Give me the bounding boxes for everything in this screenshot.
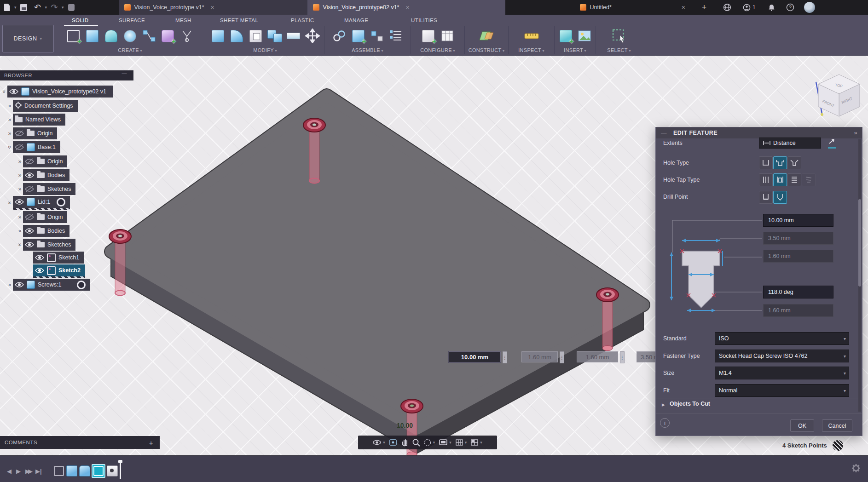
flip-direction-icon[interactable]	[828, 138, 836, 149]
fit-select[interactable]: Normal▾	[715, 384, 849, 397]
ok-button[interactable]: OK	[790, 419, 814, 432]
notifications-bell-icon[interactable]	[766, 1, 778, 13]
visibility-eye-icon[interactable]	[9, 88, 18, 95]
hole-type-simple-icon[interactable]	[759, 156, 773, 169]
group-label-configure[interactable]: CONFIGURE	[420, 47, 455, 53]
drill-point-angle-icon[interactable]	[773, 191, 787, 204]
move-copy-icon[interactable]	[304, 27, 321, 45]
visibility-eye-icon[interactable]	[25, 241, 34, 248]
grid-snap-icon[interactable]: ▾	[455, 439, 468, 446]
fillet-icon[interactable]	[228, 27, 246, 45]
extents-dropdown[interactable]: Distance	[759, 138, 821, 149]
timeline-feature-sketch2-selected[interactable]	[92, 464, 105, 478]
hole-type-countersink-icon[interactable]	[787, 156, 801, 169]
tap-type-clearance-icon[interactable]	[773, 173, 787, 186]
undo-caret-icon[interactable]: ▾	[45, 5, 47, 10]
size-select[interactable]: M1.4▾	[715, 367, 849, 379]
visibility-eye-icon[interactable]	[15, 199, 24, 205]
drill-angle-input[interactable]: 118.0 deg	[763, 286, 833, 298]
insert-derive-icon[interactable]	[557, 27, 574, 45]
ribbon-tab-plastic[interactable]: PLASTIC	[291, 17, 314, 23]
file-new-caret-icon[interactable]: ▾	[14, 5, 17, 10]
expand-chevron-icon[interactable]: »	[6, 116, 13, 123]
construction-plane-icon[interactable]	[478, 27, 495, 45]
revolve-icon[interactable]	[122, 27, 139, 45]
timeline-feature-hole[interactable]	[106, 465, 118, 477]
browser-row-lid-origin[interactable]: » Origin	[17, 211, 67, 223]
ribbon-tab-surface[interactable]: SURFACE	[119, 17, 145, 23]
view-cube[interactable]: TOP FRONT RIGHT	[816, 75, 860, 116]
expand-chevron-icon[interactable]: »	[17, 214, 23, 220]
press-pull-icon[interactable]	[209, 27, 227, 45]
timeline-play-icon[interactable]: ▶	[16, 468, 21, 475]
expand-chevron-icon[interactable]: »	[1, 88, 7, 95]
close-tab-icon[interactable]: ×	[682, 4, 685, 11]
combine-icon[interactable]	[266, 27, 284, 45]
expand-chevron-icon[interactable]: »	[6, 103, 13, 109]
depth-input[interactable]: 10.00 mm	[763, 214, 833, 227]
objects-to-cut-label[interactable]: Objects To Cut	[670, 401, 710, 407]
ribbon-tab-utilities[interactable]: UTILITIES	[411, 17, 437, 23]
presence-icon[interactable]	[741, 1, 752, 13]
info-icon[interactable]: i	[660, 418, 670, 428]
zoom-icon[interactable]	[412, 438, 420, 447]
expand-chevron-icon[interactable]: »	[17, 241, 23, 248]
group-label-insert[interactable]: INSERT	[564, 47, 586, 53]
select-icon[interactable]	[610, 27, 628, 45]
group-label-select[interactable]: SELECT	[607, 47, 631, 53]
tap-type-taper-icon[interactable]	[802, 173, 816, 186]
look-at-icon[interactable]	[389, 439, 397, 446]
extrude-icon[interactable]	[103, 27, 120, 45]
browser-header[interactable]: BROWSER —	[0, 70, 133, 80]
collapse-panel-icon[interactable]: —	[122, 70, 127, 76]
motion-study-icon[interactable]	[387, 27, 405, 45]
tap-type-tapped-icon[interactable]	[787, 173, 801, 186]
new-document-plus-icon[interactable]: +	[698, 1, 710, 13]
browser-row-sketch2-selected[interactable]: Sketch2	[33, 265, 85, 277]
add-comment-plus-icon[interactable]: +	[149, 439, 153, 447]
cancel-button[interactable]: Cancel	[822, 419, 852, 432]
counterbore-depth-input[interactable]: 1.60 mm	[763, 250, 833, 263]
expand-chevron-icon[interactable]: »	[17, 228, 23, 234]
browser-row-document-settings[interactable]: » Document Settings	[6, 100, 78, 112]
dim-grip-1[interactable]: ⋮	[503, 351, 507, 363]
group-label-modify[interactable]: MODIFY	[253, 47, 277, 53]
configuration-table-icon[interactable]	[439, 27, 456, 45]
dim-grip-2[interactable]: ⋮	[560, 351, 564, 363]
timeline-position-marker[interactable]	[120, 463, 121, 479]
ribbon-tab-solid[interactable]: SOLID	[72, 17, 89, 23]
dialog-collapse-icon[interactable]: »	[854, 130, 857, 136]
browser-row-base-component[interactable]: » Base:1	[6, 141, 60, 153]
fastener-type-select[interactable]: Socket Head Cap Screw ISO 4762▾	[715, 350, 849, 362]
drill-point-flat-icon[interactable]	[759, 191, 773, 204]
visibility-eye-off-icon[interactable]	[25, 186, 34, 192]
pan-hand-icon[interactable]	[400, 438, 409, 447]
group-label-create[interactable]: CREATE	[118, 47, 142, 53]
timeline-feature-sketch1[interactable]	[53, 465, 65, 477]
create-form-icon[interactable]	[159, 27, 177, 45]
joint-link-icon[interactable]	[330, 27, 348, 45]
browser-row-base-sketches[interactable]: » Sketches	[17, 183, 75, 195]
document-tab-3[interactable]: Untitled*	[574, 0, 617, 15]
undo-icon[interactable]: ↶	[32, 1, 44, 13]
browser-row-lid-bodies[interactable]: » Bodies	[17, 225, 69, 237]
timeline-step-forward-icon[interactable]: ▶▶	[25, 468, 31, 475]
derive-icon[interactable]	[178, 27, 196, 45]
visibility-eye-icon[interactable]	[15, 281, 24, 288]
measure-icon[interactable]	[523, 27, 540, 45]
redo-icon[interactable]: ↷	[48, 1, 60, 13]
browser-row-root[interactable]: » Vision_Voice_prototype02 v1	[1, 86, 113, 98]
tap-type-simple-icon[interactable]	[759, 173, 773, 186]
hole-depth-input[interactable]: 10.00 mm	[449, 351, 501, 362]
comments-bar[interactable]: COMMENTS +	[0, 436, 160, 449]
redo-caret-icon[interactable]: ▾	[62, 5, 64, 10]
group-label-construct[interactable]: CONSTRUCT	[469, 47, 505, 53]
close-tab-icon[interactable]: ×	[211, 4, 214, 11]
browser-row-origin[interactable]: » Origin	[6, 127, 57, 139]
standard-select[interactable]: ISO▾	[715, 332, 849, 345]
ribbon-tab-sheet-metal[interactable]: SHEET METAL	[220, 17, 258, 23]
create-sketch-icon[interactable]	[65, 27, 82, 45]
timeline-feature-extrude2[interactable]	[79, 465, 91, 477]
visibility-eye-icon[interactable]	[35, 267, 44, 274]
close-tab-icon[interactable]: ×	[405, 4, 409, 11]
